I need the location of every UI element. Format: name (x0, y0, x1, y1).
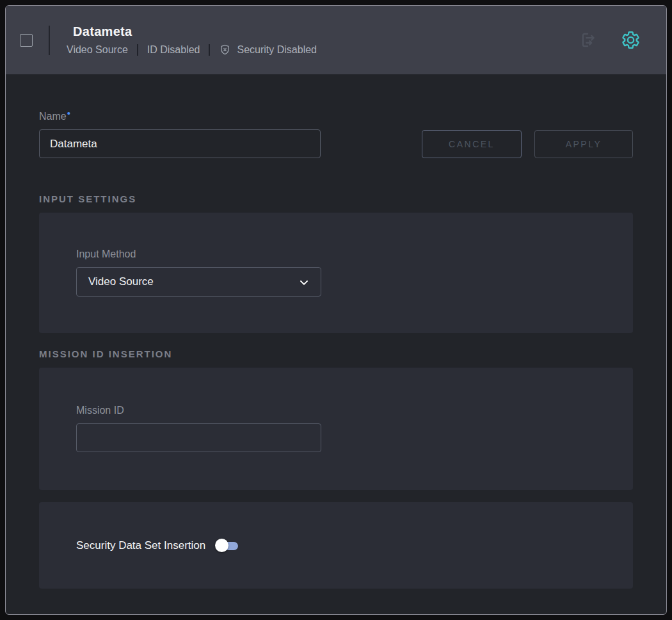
name-row: Name• CANCEL APPLY (39, 108, 633, 158)
input-method-label: Input Method (76, 249, 633, 260)
section-heading-input-settings: INPUT SETTINGS (39, 193, 633, 204)
security-panel: Security Data Set Insertion (39, 502, 633, 589)
status-id-disabled: ID Disabled (147, 44, 200, 56)
name-field-group: Name• (39, 108, 321, 158)
gear-icon (621, 30, 641, 50)
name-label-text: Name (39, 111, 67, 122)
toggle-knob (215, 539, 228, 552)
form-actions: CANCEL APPLY (422, 130, 633, 158)
export-button[interactable] (578, 31, 596, 49)
mission-id-panel: Mission ID (39, 368, 633, 490)
header: Datameta Video Source ID Disabled Securi… (6, 6, 666, 74)
settings-window: Datameta Video Source ID Disabled Securi… (5, 5, 667, 615)
name-label: Name• (39, 108, 321, 122)
required-indicator: • (67, 108, 70, 118)
section-heading-mission-id: MISSION ID INSERTION (39, 348, 633, 359)
name-input[interactable] (39, 129, 321, 158)
mission-id-input[interactable] (76, 423, 321, 452)
header-titles: Datameta Video Source ID Disabled Securi… (67, 24, 317, 56)
input-method-value: Video Source (88, 275, 154, 288)
header-actions (578, 30, 641, 50)
main-content: Name• CANCEL APPLY INPUT SETTINGS Input … (6, 108, 666, 589)
chevron-down-icon (298, 276, 310, 289)
mission-id-label: Mission ID (76, 405, 633, 416)
apply-button[interactable]: APPLY (534, 130, 633, 158)
select-checkbox[interactable] (20, 34, 33, 47)
status-video-source: Video Source (67, 44, 128, 56)
settings-button[interactable] (621, 30, 641, 50)
header-divider (49, 26, 50, 55)
input-method-select[interactable]: Video Source (76, 267, 321, 297)
shield-x-icon (219, 44, 231, 56)
cancel-button[interactable]: CANCEL (422, 130, 522, 158)
security-toggle-label: Security Data Set Insertion (76, 539, 205, 552)
status-separator (209, 44, 210, 56)
security-toggle[interactable] (215, 539, 239, 553)
status-line: Video Source ID Disabled Security Disabl… (67, 44, 317, 56)
page-title: Datameta (73, 24, 317, 39)
status-security-disabled: Security Disabled (237, 44, 317, 56)
status-separator (137, 44, 138, 56)
input-settings-panel: Input Method Video Source (39, 213, 633, 333)
export-icon (578, 31, 596, 49)
